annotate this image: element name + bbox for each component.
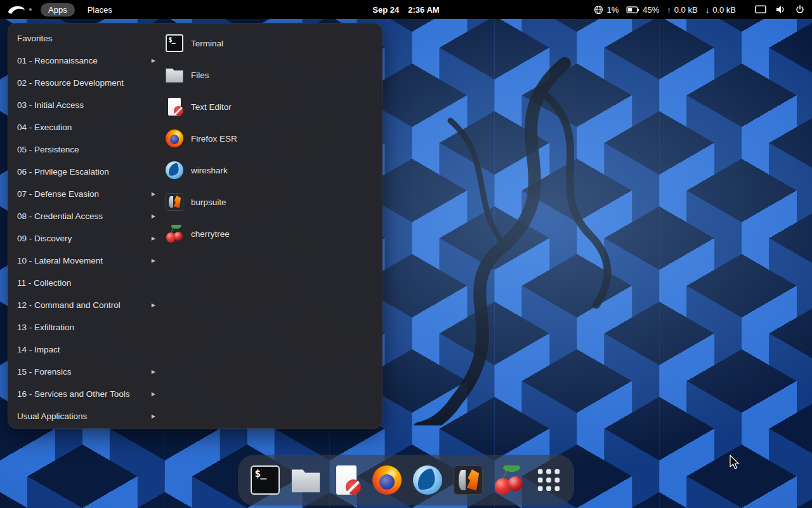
submenu-arrow-icon: ▶ [152, 258, 155, 264]
kali-logo-icon [8, 4, 25, 15]
network-percent: 1% [606, 5, 619, 15]
text-editor-icon [166, 98, 183, 116]
dragon-art [355, 44, 653, 425]
dock-wireshark-icon[interactable] [413, 465, 442, 495]
battery-indicator[interactable]: 45% [626, 5, 659, 15]
dock-firefox-icon[interactable] [372, 465, 402, 495]
menu-category-05-persistence[interactable]: 05 - Persistence [8, 138, 163, 161]
wireshark-icon [166, 161, 183, 179]
submenu-arrow-icon: ▶ [152, 413, 155, 419]
menu-category-14-impact[interactable]: 14 - Impact [8, 338, 163, 361]
display-icon[interactable] [755, 5, 766, 14]
submenu-arrow-icon: ▶ [152, 213, 155, 219]
menu-category-usual-applications[interactable]: Usual Applications▶ [8, 405, 163, 427]
category-label: Favorites [17, 34, 53, 43]
menu-app-terminal[interactable]: $_Terminal [166, 27, 376, 59]
places-button[interactable]: Places [84, 3, 116, 17]
terminal-glyph: $_ [254, 467, 266, 479]
apps-menu: Favorites01 - Reconnaissance▶02 - Resour… [8, 23, 383, 429]
cherrytree-icon [166, 225, 183, 243]
download-arrow-icon: ↓ [705, 6, 710, 14]
app-label: Firefox ESR [191, 134, 237, 144]
app-label: Files [191, 70, 209, 80]
top-panel: Apps Places Sep 24 2:36 AM 1% 45% ↑ 0.0 … [0, 0, 812, 19]
speaker-icon[interactable] [776, 5, 786, 14]
menu-category-09-discovery[interactable]: 09 - Discovery▶ [8, 227, 163, 250]
menu-category-favorites[interactable]: Favorites [8, 27, 163, 50]
menu-category-08-credential-access[interactable]: 08 - Credential Access▶ [8, 205, 163, 227]
category-label: 11 - Collection [17, 278, 71, 288]
category-label: 04 - Execution [17, 123, 72, 132]
category-label: 10 - Lateral Movement [17, 256, 103, 265]
submenu-arrow-icon: ▶ [152, 302, 155, 308]
dock: $_ [238, 455, 574, 505]
app-label: Terminal [191, 39, 223, 48]
dock-burpsuite-icon[interactable] [454, 465, 483, 495]
upload-indicator[interactable]: ↑ 0.0 kB [667, 5, 697, 15]
network-indicator[interactable]: 1% [594, 5, 619, 15]
menu-category-02-resource-development[interactable]: 02 - Resource Development [8, 72, 163, 94]
category-label: 15 - Forensics [17, 367, 72, 377]
power-icon[interactable] [796, 5, 804, 14]
menu-category-12-command-and-control[interactable]: 12 - Command and Control▶ [8, 294, 163, 316]
category-label: 16 - Services and Other Tools [17, 389, 130, 399]
menu-category-06-privilege-escalation[interactable]: 06 - Privilege Escalation [8, 161, 163, 183]
dock-cherrytree-icon[interactable] [494, 465, 523, 495]
menu-app-cherrytree[interactable]: cherrytree [166, 218, 376, 250]
category-label: 05 - Persistence [17, 145, 79, 154]
system-tray: 1% 45% ↑ 0.0 kB ↓ 0.0 kB [586, 5, 812, 15]
quick-settings [755, 5, 804, 14]
category-label: 08 - Credential Access [17, 211, 103, 221]
dock-show-apps-icon[interactable] [536, 467, 561, 493]
mouse-cursor [729, 455, 740, 470]
terminal-icon: $_ [166, 34, 183, 52]
terminal-glyph: $_ [168, 36, 174, 43]
menu-category-04-execution[interactable]: 04 - Execution [8, 116, 163, 138]
submenu-arrow-icon: ▶ [152, 369, 155, 375]
clock-time: 2:36 AM [408, 5, 439, 15]
app-label: cherrytree [191, 229, 230, 239]
submenu-arrow-icon: ▶ [152, 391, 155, 397]
menu-category-03-initial-access[interactable]: 03 - Initial Access [8, 94, 163, 116]
clock[interactable]: Sep 24 2:36 AM [372, 0, 439, 19]
menu-category-16-services-and-other-tools[interactable]: 16 - Services and Other Tools▶ [8, 383, 163, 405]
menu-category-07-defense-evasion[interactable]: 07 - Defense Evasion▶ [8, 183, 163, 205]
dock-files-icon[interactable] [291, 465, 320, 495]
menu-app-wireshark[interactable]: wireshark [166, 154, 376, 186]
battery-icon [626, 6, 639, 13]
menu-category-01-reconnaissance[interactable]: 01 - Reconnaissance▶ [8, 50, 163, 72]
submenu-arrow-icon: ▶ [152, 58, 155, 64]
upload-arrow-icon: ↑ [667, 6, 671, 14]
clock-date: Sep 24 [372, 5, 399, 15]
apps-button[interactable]: Apps [41, 3, 75, 17]
category-label: 06 - Privilege Escalation [17, 167, 109, 177]
category-label: 03 - Initial Access [17, 100, 84, 110]
category-label: Usual Applications [17, 411, 87, 421]
submenu-arrow-icon: ▶ [152, 191, 155, 197]
menu-app-files[interactable]: Files [166, 59, 376, 91]
download-indicator[interactable]: ↓ 0.0 kB [705, 5, 736, 15]
category-label: 09 - Discovery [17, 234, 72, 243]
menu-category-13-exfiltration[interactable]: 13 - Exfiltration [8, 316, 163, 338]
menu-category-15-forensics[interactable]: 15 - Forensics▶ [8, 361, 163, 383]
menu-app-burpsuite[interactable]: burpsuite [166, 186, 376, 218]
category-label: 12 - Command and Control [17, 300, 121, 310]
dock-terminal-icon[interactable]: $_ [251, 465, 280, 495]
menu-app-text-editor[interactable]: Text Editor [166, 91, 376, 123]
app-label: Text Editor [191, 102, 232, 112]
battery-percent: 45% [643, 5, 659, 15]
app-label: wireshark [191, 166, 228, 175]
menu-category-10-lateral-movement[interactable]: 10 - Lateral Movement▶ [8, 250, 163, 272]
globe-icon [594, 5, 603, 15]
dock-text-editor-icon[interactable] [332, 465, 361, 495]
category-label: 13 - Exfiltration [17, 323, 74, 332]
submenu-arrow-icon: ▶ [152, 236, 155, 241]
menu-app-firefox-esr[interactable]: Firefox ESR [166, 123, 376, 154]
app-label: burpsuite [191, 197, 226, 207]
menu-category-list: Favorites01 - Reconnaissance▶02 - Resour… [8, 27, 163, 427]
panel-dot [29, 8, 32, 11]
menu-category-11-collection[interactable]: 11 - Collection [8, 272, 163, 294]
category-label: 01 - Reconnaissance [17, 56, 98, 65]
download-rate: 0.0 kB [712, 5, 736, 15]
category-label: 07 - Defense Evasion [17, 189, 99, 199]
